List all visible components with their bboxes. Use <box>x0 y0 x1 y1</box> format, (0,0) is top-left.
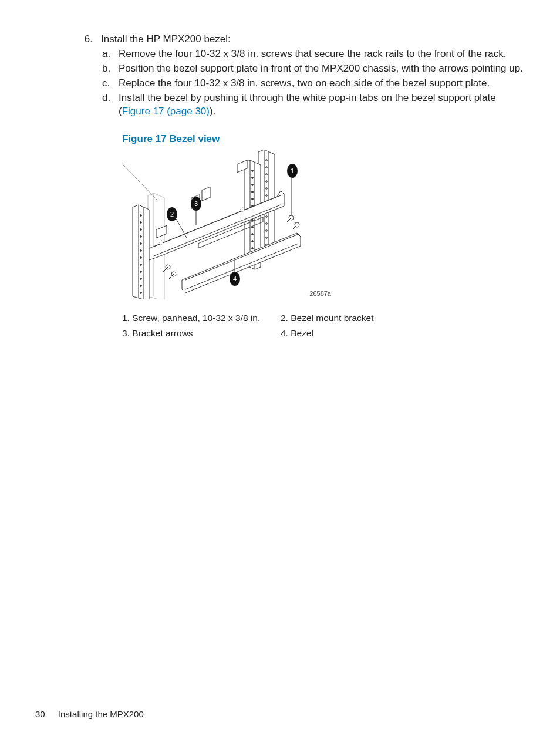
figure-legend: 1. Screw, panhead, 10-32 x 3/8 in. 2. Be… <box>122 312 527 340</box>
svg-point-18 <box>140 214 142 216</box>
svg-point-25 <box>140 264 142 265</box>
svg-point-2 <box>266 159 268 161</box>
svg-point-27 <box>140 278 142 279</box>
step-body: Install the HP MPX200 bezel: a. Remove t… <box>101 33 527 343</box>
figure-wrap: 1 2 3 4 <box>122 150 310 299</box>
figure-id: 26587a <box>309 289 331 298</box>
svg-point-3 <box>266 166 268 168</box>
callout-3: 3 <box>194 200 198 207</box>
svg-point-41 <box>252 233 254 235</box>
svg-point-29 <box>140 292 142 293</box>
svg-point-4 <box>266 173 268 175</box>
svg-point-43 <box>252 247 254 249</box>
svg-point-19 <box>140 221 142 223</box>
legend-item-4: 4. Bezel <box>281 328 433 340</box>
legend-row: 1. Screw, panhead, 10-32 x 3/8 in. 2. Be… <box>122 312 527 325</box>
substep-marker: c. <box>101 77 119 90</box>
svg-line-54 <box>185 244 298 289</box>
svg-line-53 <box>185 234 298 280</box>
page-footer: 30 Installing the MPX200 <box>35 708 144 720</box>
substep-marker: a. <box>101 48 119 61</box>
callout-2: 2 <box>170 211 174 218</box>
substep-text: Remove the four 10-32 x 3/8 in. screws t… <box>119 48 527 61</box>
figure-illustration: 1 2 3 4 <box>122 150 310 299</box>
substep-marker: b. <box>101 62 119 76</box>
substep-a: a. Remove the four 10-32 x 3/8 in. screw… <box>101 48 527 61</box>
svg-point-10 <box>266 215 268 217</box>
callout-1: 1 <box>291 167 294 174</box>
svg-point-12 <box>266 229 268 231</box>
svg-point-23 <box>140 249 142 251</box>
svg-line-64 <box>122 164 157 200</box>
step-6: 6. Install the HP MPX200 bezel: a. Remov… <box>70 33 527 343</box>
svg-point-20 <box>140 228 142 230</box>
svg-point-35 <box>252 191 254 193</box>
svg-point-42 <box>252 240 254 242</box>
svg-point-6 <box>266 187 268 189</box>
substep-marker: d. <box>101 92 119 119</box>
svg-point-52 <box>241 208 244 211</box>
svg-point-13 <box>266 237 268 238</box>
svg-point-21 <box>140 235 142 237</box>
svg-point-24 <box>140 256 142 258</box>
content-block: 6. Install the HP MPX200 bezel: a. Remov… <box>70 33 527 346</box>
substep-d: d. Install the bezel by pushing it throu… <box>101 92 527 119</box>
svg-point-22 <box>140 242 142 244</box>
svg-rect-49 <box>156 225 167 238</box>
svg-rect-48 <box>202 187 210 201</box>
svg-point-5 <box>266 180 268 182</box>
svg-point-32 <box>252 170 254 171</box>
step-intro: Install the HP MPX200 bezel: <box>101 33 527 46</box>
page: 6. Install the HP MPX200 bezel: a. Remov… <box>0 0 560 746</box>
substep-c: c. Replace the four 10-32 x 3/8 in. scre… <box>101 77 527 90</box>
substep-text: Position the bezel support plate in fron… <box>119 62 527 76</box>
svg-line-45 <box>153 195 281 247</box>
svg-point-7 <box>266 194 268 196</box>
substep-text: Replace the four 10-32 x 3/8 in. screws,… <box>119 77 527 90</box>
substep-text: Install the bezel by pushing it through … <box>119 92 527 119</box>
svg-point-33 <box>252 177 254 178</box>
svg-point-11 <box>266 222 268 224</box>
legend-item-3: 3. Bracket arrows <box>122 328 281 340</box>
substeps: a. Remove the four 10-32 x 3/8 in. screw… <box>101 48 527 119</box>
step-number: 6. <box>70 33 101 343</box>
legend-item-2: 2. Bezel mount bracket <box>281 312 433 325</box>
callout-4: 4 <box>233 275 237 282</box>
substep-d-post: ). <box>210 106 215 117</box>
legend-row: 3. Bracket arrows 4. Bezel <box>122 328 527 340</box>
substep-b: b. Position the bezel support plate in f… <box>101 62 527 76</box>
svg-point-39 <box>252 219 254 221</box>
svg-line-68 <box>176 219 187 238</box>
page-number: 30 <box>35 709 45 719</box>
svg-point-26 <box>140 271 142 272</box>
svg-point-51 <box>160 241 163 244</box>
footer-section: Installing the MPX200 <box>58 709 144 719</box>
figure-ref-link[interactable]: Figure 17 (page 30) <box>122 106 210 117</box>
legend-item-1: 1. Screw, panhead, 10-32 x 3/8 in. <box>122 312 281 325</box>
figure-caption: Figure 17 Bezel view <box>122 133 527 146</box>
svg-point-28 <box>140 285 142 286</box>
svg-point-34 <box>252 184 254 185</box>
svg-point-36 <box>252 198 254 200</box>
